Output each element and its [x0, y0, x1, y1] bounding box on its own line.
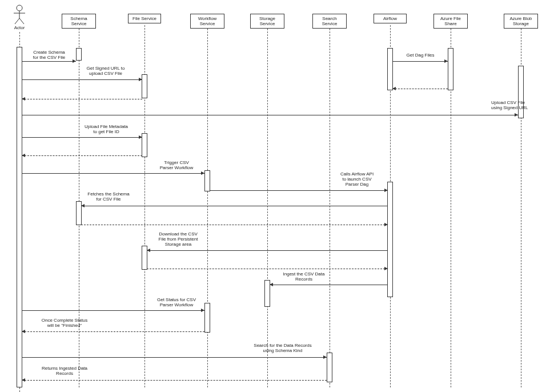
msg-ingest-records: Ingest the CSV Data Records: [283, 271, 325, 282]
arrow: [22, 309, 204, 312]
msg-status-finished: Once Complete Status will be "Finished": [42, 318, 87, 328]
activation-workflow-2: [204, 303, 210, 333]
arrow: [22, 97, 142, 101]
arrow: [270, 283, 388, 286]
participant-label: Airflow: [383, 16, 397, 21]
msg-upload-metadata: Upload File Metadata to get File ID: [85, 124, 128, 134]
participant-airflow: Airflow: [373, 14, 407, 23]
svg-point-0: [17, 5, 22, 11]
arrow: [147, 249, 388, 252]
svg-line-4: [19, 18, 24, 24]
participant-workflow: Workflow Service: [190, 14, 224, 29]
participant-search: Search Service: [312, 14, 347, 29]
msg-get-status: Get Status for CSV Parser Workflow: [157, 297, 196, 307]
arrow: [22, 378, 327, 382]
participant-label: Actor: [8, 25, 31, 30]
participant-azfile: Azure File Share: [433, 14, 468, 29]
participant-label: Workflow Service: [198, 16, 217, 26]
arrow: [22, 171, 204, 175]
arrow: [210, 189, 388, 192]
participant-label: File Service: [133, 16, 156, 21]
msg-create-schema: Create Schema for the CSV File: [33, 50, 65, 60]
activation-airflow-2: [387, 182, 393, 297]
msg-fetch-schema: Fetches the Schema for CSV File: [87, 191, 129, 202]
arrow: [81, 223, 388, 226]
participant-file: File Service: [127, 14, 162, 23]
msg-return-records: Returns Ingested Data Records: [42, 366, 87, 376]
msg-calls-airflow: Calls Airflow API to launch CSV Parser D…: [340, 171, 374, 187]
msg-get-dag-files: Get Dag Files: [407, 53, 435, 58]
participant-label: Storage Service: [259, 16, 275, 26]
arrow: [392, 59, 448, 63]
activation-azfile: [448, 48, 453, 90]
activation-file-2: [142, 133, 147, 157]
activation-schema-1: [76, 48, 82, 61]
participant-schema: Schema Service: [62, 14, 96, 29]
participant-actor: Actor: [8, 5, 31, 30]
arrow: [147, 267, 388, 270]
participant-storage: Storage Service: [250, 14, 284, 29]
arrow: [392, 87, 448, 90]
sequence-diagram: Actor Schema Service File Service Workfl…: [0, 0, 550, 392]
arrow: [22, 135, 142, 139]
arrow: [22, 59, 76, 63]
activation-file-1: [142, 74, 147, 98]
actor-icon: [13, 5, 26, 25]
participant-label: Azure File Share: [440, 16, 461, 26]
arrow: [22, 355, 327, 359]
arrow: [22, 154, 142, 157]
participant-azblob: Azure Blob Storage: [504, 14, 538, 29]
svg-line-3: [15, 18, 19, 24]
msg-download-csv: Download the CSV File from Persistent St…: [159, 231, 198, 247]
activation-airflow-1: [387, 48, 393, 90]
msg-get-signed-url: Get Signed URL to upload CSV File: [87, 66, 125, 76]
arrow: [81, 204, 388, 207]
arrow: [22, 330, 204, 333]
participant-label: Search Service: [322, 16, 338, 26]
msg-trigger-workflow: Trigger CSV Parser Workflow: [160, 160, 194, 170]
msg-upload-csv: Upload CSV File using Signed URL: [491, 100, 528, 110]
arrow: [22, 113, 518, 117]
activation-search: [327, 353, 332, 382]
participant-label: Azure Blob Storage: [509, 16, 532, 26]
msg-search-records: Search for the Data Records using Schema…: [254, 343, 311, 353]
arrow: [22, 78, 142, 81]
participant-label: Schema Service: [70, 16, 87, 26]
